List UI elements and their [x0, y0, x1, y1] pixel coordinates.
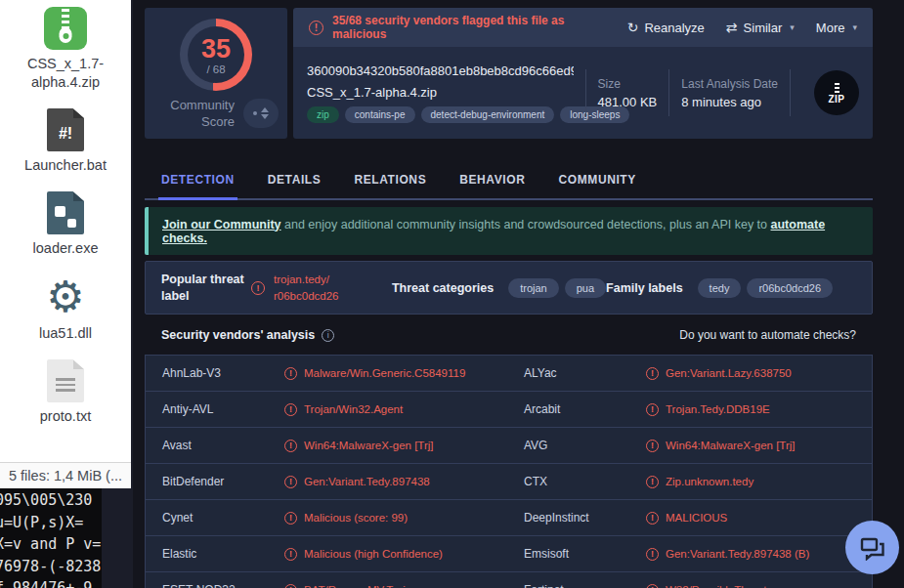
- file-item-exe[interactable]: loader.exe: [8, 191, 123, 258]
- vendor-name: AhnLab-V3: [162, 366, 284, 380]
- alert-circle-icon: !: [284, 367, 297, 380]
- family-pill-r06bc0dcd26[interactable]: r06bc0dcd26: [747, 278, 833, 298]
- vendor-name: CTX: [524, 475, 646, 488]
- reanalyze-label: Reanalyze: [644, 21, 704, 35]
- detection-result: !Trojan.Tedy.DDB19E: [646, 403, 855, 416]
- vendors-title: Security vendors' analysis: [161, 328, 315, 342]
- table-row: Cynet !Malicious (score: 99) DeepInstinc…: [146, 500, 872, 536]
- family-labels-group: Family labels tedy r06bc0dcd26: [606, 278, 833, 298]
- detection-text: Trojan/Win32.Agent: [304, 403, 403, 415]
- terminal-window[interactable]: 095\005\230 u=U(P,s)X= X=v and P v= 7697…: [0, 488, 102, 588]
- file-item-zip[interactable]: CSS_x_1.7-alpha.4.zip: [8, 7, 123, 92]
- detection-result: !MALICIOUS: [646, 512, 855, 525]
- similar-button[interactable]: ⇄ Similar ▾: [726, 20, 795, 35]
- alert-circle-icon: !: [309, 21, 323, 35]
- alert-circle-icon: !: [646, 367, 659, 380]
- size-label: Size: [598, 77, 658, 91]
- detection-text: Malicious (score: 99): [304, 512, 408, 524]
- community-vote-widget[interactable]: [243, 99, 279, 128]
- executable-file-icon: [47, 191, 84, 234]
- detection-result: !Win64:MalwareX-gen [Trj]: [646, 440, 855, 452]
- vendor-name: ALYac: [524, 366, 646, 380]
- tab-bar: DETECTION DETAILS RELATIONS BEHAVIOR COM…: [145, 162, 873, 200]
- detection-result: !Malicious (high Confidence): [284, 548, 524, 561]
- vendor-name: AVG: [524, 439, 646, 452]
- detection-result: !Win64:MalwareX-gen [Trj]: [284, 440, 524, 452]
- vote-down-icon[interactable]: [261, 114, 269, 119]
- warning-banner: ! 35/68 security vendors flagged this fi…: [293, 8, 873, 47]
- detection-result: !Gen:Variant.Tedy.897438 (B): [646, 548, 855, 561]
- vendor-name: Emsisoft: [524, 547, 646, 561]
- alert-circle-icon: !: [284, 548, 297, 561]
- gear-icon: ⚙: [46, 274, 84, 319]
- similar-icon: ⇄: [726, 20, 738, 35]
- tab-detection[interactable]: DETECTION: [161, 162, 235, 198]
- detection-text: BAT/Runner.MV.Trojan: [304, 584, 418, 588]
- zipper-teeth-icon: [62, 9, 69, 29]
- chat-bubbles-icon: [859, 535, 886, 561]
- text-file-icon: [47, 359, 84, 402]
- automate-checks-question[interactable]: Do you want to automate checks?: [679, 328, 856, 342]
- info-icon[interactable]: i: [322, 329, 334, 342]
- table-row: Antiy-AVL !Trojan/Win32.Agent Arcabit !T…: [146, 392, 872, 428]
- vendor-name: BitDefender: [162, 475, 284, 488]
- threat-categories-group: Threat categories trojan pua: [392, 278, 606, 298]
- divider: [585, 69, 586, 116]
- category-pill-trojan[interactable]: trojan: [508, 278, 559, 298]
- terminal-line: X=v and P v=: [0, 533, 102, 556]
- community-score-label: Community Score: [158, 97, 235, 130]
- vendors-table: AhnLab-V3 !Malware/Win.Generic.C5849119 …: [145, 355, 873, 588]
- file-item-dll[interactable]: ⚙ lua51.dll: [8, 274, 123, 343]
- detection-text: Trojan.Tedy.DDB19E: [666, 403, 770, 415]
- popular-threat-label: Popular threat label: [161, 272, 251, 305]
- vendors-section-header: Security vendors' analysis i Do you want…: [145, 323, 873, 347]
- threat-name: trojan.tedy/ r06bc0dcd26: [274, 272, 372, 305]
- detection-text: Malicious (high Confidence): [304, 548, 443, 560]
- file-type-label: ZIP: [828, 94, 844, 105]
- last-analysis-value: 8 minutes ago: [681, 95, 778, 109]
- tab-community[interactable]: COMMUNITY: [558, 162, 635, 198]
- file-header-card: ! 35/68 security vendors flagged this fi…: [293, 8, 873, 139]
- vendor-name: Arcabit: [524, 402, 646, 416]
- table-row: Elastic !Malicious (high Confidence) Ems…: [146, 536, 872, 572]
- category-pill-pua[interactable]: pua: [565, 278, 606, 298]
- threat-categories-label: Threat categories: [392, 281, 494, 295]
- file-manager-panel: CSS_x_1.7-alpha.4.zip #! Launcher.bat lo…: [0, 0, 131, 462]
- file-item-txt[interactable]: proto.txt: [8, 359, 123, 426]
- family-pill-tedy[interactable]: tedy: [698, 278, 742, 298]
- vote-carets: [261, 107, 269, 119]
- detections-total: / 68: [206, 63, 225, 75]
- tag-zip[interactable]: zip: [307, 106, 339, 123]
- more-label: More: [816, 21, 845, 35]
- file-label: loader.exe: [33, 239, 99, 258]
- vote-up-icon[interactable]: [261, 107, 269, 112]
- file-item-bat[interactable]: #! Launcher.bat: [8, 108, 123, 175]
- tab-behavior[interactable]: BEHAVIOR: [459, 162, 525, 198]
- tab-details[interactable]: DETAILS: [268, 162, 322, 198]
- vendor-name: Elastic: [162, 547, 284, 561]
- table-row: ESET-NOD32 !BAT/Runner.MV.Trojan Fortine…: [146, 572, 872, 588]
- threat-name-line1: trojan.tedy/: [274, 272, 372, 288]
- tag-contains-pe[interactable]: contains-pe: [345, 106, 415, 123]
- detection-text: Malware/Win.Generic.C5849119: [304, 367, 465, 379]
- page-fold-icon: [73, 359, 84, 369]
- tag-detect-debug-environment[interactable]: detect-debug-environment: [421, 106, 555, 123]
- chat-fab-button[interactable]: [845, 521, 899, 574]
- score-card: 35 / 68 Community Score: [145, 8, 287, 139]
- size-block: Size 481.00 KB: [598, 77, 658, 109]
- join-community-link[interactable]: Join our Community: [162, 218, 281, 231]
- desktop-left-column: CSS_x_1.7-alpha.4.zip #! Launcher.bat lo…: [0, 0, 133, 588]
- table-row: BitDefender !Gen:Variant.Tedy.897438 CTX…: [146, 464, 872, 500]
- chevron-down-icon: ▾: [790, 22, 795, 32]
- alert-circle-icon: !: [284, 440, 297, 452]
- detection-text: MALICIOUS: [666, 512, 727, 524]
- detection-result: !BAT/Runner.MV.Trojan: [284, 584, 524, 588]
- family-labels-label: Family labels: [606, 281, 683, 295]
- alert-circle-icon: !: [284, 403, 297, 416]
- alert-circle-icon: !: [646, 548, 659, 561]
- reanalyze-button[interactable]: ↻ Reanalyze: [627, 20, 705, 35]
- tab-relations[interactable]: RELATIONS: [354, 162, 426, 198]
- table-row: AhnLab-V3 !Malware/Win.Generic.C5849119 …: [146, 356, 872, 392]
- more-button[interactable]: More ▾: [816, 21, 857, 35]
- terminal-line: f 984476+-9: [0, 577, 102, 588]
